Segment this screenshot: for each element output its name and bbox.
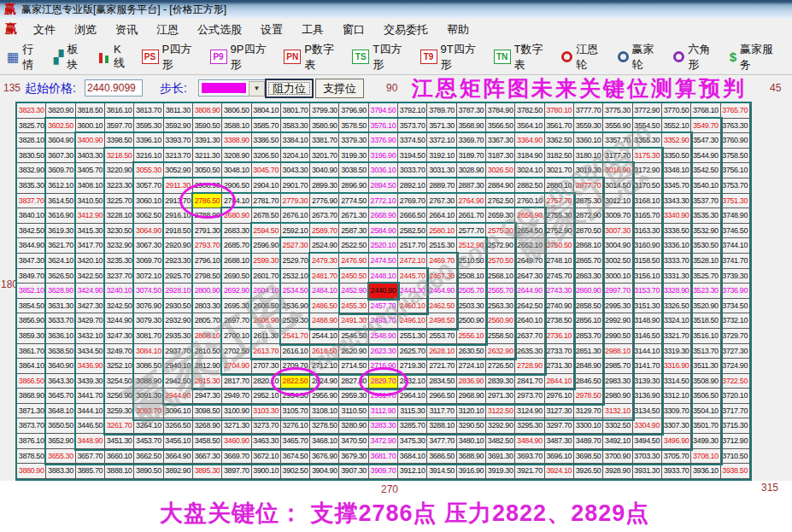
toolbar-button[interactable]: ▞板块 <box>54 42 86 73</box>
matrix-cell: 2889.70 <box>427 178 456 194</box>
matrix-cell: 3038.50 <box>339 163 368 178</box>
matrix-cell: 2949.70 <box>222 389 251 404</box>
toolbar-button[interactable]: TST四方形 <box>352 42 408 73</box>
matrix-cell: 2824.90 <box>310 374 339 389</box>
matrix-cell: 2695.30 <box>222 299 251 314</box>
matrix-cell: 3475.30 <box>398 434 427 449</box>
matrix-cell: 3244.90 <box>105 313 134 329</box>
matrix-cell: 2481.70 <box>310 269 339 284</box>
toolbar-button[interactable]: P99P四方形 <box>210 42 273 73</box>
matrix-cell: 3885.70 <box>76 464 105 479</box>
menu-item[interactable]: 资讯 <box>106 23 147 36</box>
matrix-cell: 2515.30 <box>427 238 456 254</box>
matrix-cell: 3321.70 <box>662 329 691 344</box>
matrix-cell: 3499.30 <box>691 434 720 449</box>
matrix-cell: 3768.10 <box>691 103 720 119</box>
matrix-cell: 2558.50 <box>486 329 515 344</box>
matrix-cell: 2512.90 <box>457 238 486 254</box>
matrix-cell: 3912.10 <box>398 464 427 479</box>
matrix-cell: 2692.90 <box>222 284 251 299</box>
matrix-cell: 3204.10 <box>281 149 310 164</box>
start-price-input[interactable] <box>85 79 143 96</box>
matrix-cell: 2740.90 <box>545 299 574 314</box>
toolbar-button[interactable]: PSP四方形 <box>142 42 198 73</box>
matrix-cell: 3429.70 <box>76 313 105 329</box>
matrix-cell: 3931.30 <box>633 464 662 479</box>
matrix-cell: 3820.90 <box>46 103 75 119</box>
matrix-cell: 3811.30 <box>164 103 193 119</box>
matrix-cell: 2733.70 <box>545 344 574 360</box>
matrix-cell: 3784.90 <box>486 103 515 119</box>
matrix-cell: 3650.50 <box>46 418 75 434</box>
toolbar-button-label: P四方形 <box>162 42 198 73</box>
chevron-down-icon[interactable]: ▼ <box>249 81 265 96</box>
menu-item[interactable]: 工具 <box>292 23 333 36</box>
child-window-icon: 赢 <box>5 21 17 37</box>
matrix-cell: 2647.30 <box>515 269 544 284</box>
matrix-cell: 2942.50 <box>164 374 193 389</box>
matrix-cell: 3264.10 <box>134 418 163 434</box>
matrix-cell: 3084.10 <box>134 344 163 360</box>
menu-item[interactable]: 设置 <box>251 23 292 36</box>
toolbar-button[interactable]: 江恩轮 <box>561 42 606 73</box>
support-button[interactable]: 支撑位 <box>315 79 364 98</box>
matrix-cell: 3753.70 <box>721 178 750 194</box>
matrix-cell: 2721.70 <box>427 359 456 374</box>
matrix-cell: 3043.30 <box>281 163 310 178</box>
matrix-cell: 3580.90 <box>310 119 339 134</box>
matrix-cell: 2920.90 <box>164 238 193 254</box>
menu-item[interactable]: 窗口 <box>333 23 374 36</box>
matrix-cell: 2539.30 <box>281 313 310 329</box>
step-color-select[interactable]: ▼ <box>198 79 267 96</box>
matrix-cell: 3916.90 <box>457 464 486 479</box>
toolbar-button[interactable]: T99T四方形 <box>420 42 482 73</box>
toolbar-button[interactable]: PNP数字表 <box>284 42 340 73</box>
quotes-table-icon: ▦ <box>7 50 19 65</box>
matrix-cell: 3292.90 <box>486 418 515 434</box>
toolbar-button[interactable]: K线 <box>98 43 130 71</box>
matrix-cell: 2894.50 <box>369 178 398 194</box>
matrix-cell: 2464.90 <box>427 284 456 299</box>
matrix-cell: 2820.10 <box>252 374 281 389</box>
matrix-cell: 3180.10 <box>574 149 603 164</box>
menu-item[interactable]: 交易委托 <box>374 23 437 36</box>
matrix-cell: 2551.30 <box>398 329 427 344</box>
matrix-cell: 2973.70 <box>515 389 544 404</box>
angle-label-45: 45 <box>770 82 781 94</box>
matrix-cell: 3448.90 <box>76 434 105 449</box>
toolbar-button-label: 板块 <box>67 42 86 73</box>
matrix-cell: 3508.90 <box>691 374 720 389</box>
matrix-cell: 2784.10 <box>222 194 251 209</box>
matrix-cell: 3628.90 <box>46 284 75 299</box>
resistance-button[interactable]: 阻力位 <box>265 79 314 98</box>
matrix-cell: 3736.90 <box>721 284 750 299</box>
matrix-cell: 3079.30 <box>134 313 163 329</box>
toolbar-button[interactable]: 六角形 <box>673 42 718 73</box>
matrix-cell: 2796.10 <box>193 254 222 269</box>
menu-item[interactable]: 浏览 <box>65 23 106 36</box>
matrix-cell: 2959.30 <box>339 389 368 404</box>
toolbar-button[interactable]: $赢家服务 <box>730 42 780 73</box>
menu-item[interactable]: 帮助 <box>437 23 478 36</box>
matrix-cell: 3669.70 <box>222 449 251 465</box>
matrix-cell: 3624.10 <box>46 254 75 269</box>
matrix-cell: 3060.10 <box>134 194 163 209</box>
matrix-cell: 3444.10 <box>76 404 105 419</box>
matrix-cell: 3847.30 <box>17 254 46 269</box>
menu-item[interactable]: 文件 <box>24 23 65 36</box>
matrix-cell: 3348.10 <box>662 163 691 178</box>
t-digit-table-icon: TN <box>494 50 511 64</box>
matrix-cell: 3386.50 <box>252 133 281 149</box>
menu-item[interactable]: 公式选股 <box>188 23 251 36</box>
matrix-cell: 2611.30 <box>252 329 281 344</box>
matrix-cell: 2767.30 <box>427 194 456 209</box>
toolbar-button[interactable]: ▦行情 <box>7 42 42 73</box>
toolbar-button[interactable]: 赢家轮 <box>618 42 662 73</box>
toolbar-button[interactable]: TNT数字表 <box>494 42 549 73</box>
matrix-cell: 3405.70 <box>76 163 105 178</box>
matrix-cell: 2719.30 <box>398 359 427 374</box>
matrix-cell: 3813.70 <box>134 103 163 119</box>
matrix-cell: 3484.90 <box>515 434 544 449</box>
matrix-cell: 2666.50 <box>398 208 427 224</box>
menu-item[interactable]: 江恩 <box>147 23 188 36</box>
